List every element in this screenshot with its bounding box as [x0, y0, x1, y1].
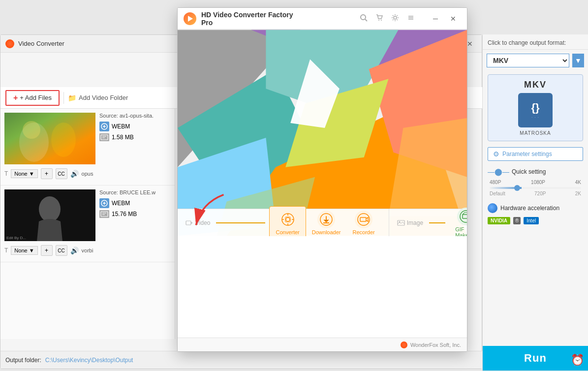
file-thumbnail-2: Edit By D... [4, 189, 95, 241]
file-size-row-2: 15.76 MB [99, 210, 171, 218]
intel-icon: ® [513, 217, 521, 224]
add-folder-label: Add Video Folder [79, 94, 128, 101]
output-folder-path[interactable]: C:\Users\Kevincy\Desktop\Output [45, 357, 133, 364]
svg-point-12 [378, 20, 379, 21]
main-list-button[interactable] [407, 14, 415, 24]
alarm-button[interactable]: ⏰ [571, 354, 584, 367]
subtitle-dropdown-2[interactable]: None ▼ [11, 246, 37, 255]
file-subtoolbar-2: T None ▼ + CC 🔊 vorbi [0, 243, 175, 258]
audio-icon-2: 🔊 [70, 247, 79, 254]
app-menu: Video Converter [178, 209, 467, 236]
main-cart-button[interactable] [375, 14, 383, 24]
file-subtoolbar-1: T None ▼ + CC 🔊 opus [0, 166, 175, 181]
svg-point-14 [394, 16, 397, 19]
svg-point-10 [361, 15, 366, 20]
add-files-label: + Add Files [20, 94, 52, 101]
format-selector: MKV ▼ [483, 50, 588, 71]
quick-setting-icon: ―⬤― [488, 168, 509, 176]
format-arrow[interactable]: ▼ [572, 54, 584, 67]
slider-track[interactable] [490, 187, 581, 189]
file-size-row-1: 1.58 MB [99, 133, 171, 141]
svg-point-2 [51, 123, 76, 157]
main-window: HD Video Converter Factory Pro [177, 7, 467, 352]
intel-badge: Intel [524, 217, 539, 224]
image-section-icon [397, 220, 405, 226]
quick-setting: ―⬤― Quick setting 480P 1080P 4K Default … [483, 164, 588, 200]
svg-line-11 [365, 19, 367, 21]
file-item-2: Edit By D... Source: BRUCE LEE.w WEBM [0, 186, 175, 262]
converter-icon-svg [281, 213, 295, 226]
format-dropdown[interactable]: MKV [487, 54, 569, 67]
menu-item-downloader[interactable]: Downloader [306, 207, 347, 237]
toolbar-separator [63, 92, 64, 104]
matroska-label: MATROSKA [520, 130, 551, 136]
right-panel: Click to change output format: MKV ▼ MKV… [482, 34, 588, 371]
slider-label-4k: 4K [575, 180, 581, 185]
menu-item-gif-maker[interactable]: GIF Maker [449, 204, 467, 237]
file-format-row-2: WEBM [99, 198, 171, 208]
svg-point-3 [23, 121, 40, 139]
hw-badges-row: NVIDIA ® Intel [483, 216, 588, 228]
hero-graphic [178, 30, 467, 236]
slider-thumb[interactable] [514, 185, 520, 191]
file-item-top-2: Edit By D... Source: BRUCE LEE.w WEBM [0, 189, 175, 241]
video-divider [216, 222, 265, 223]
size-icon-1 [99, 133, 109, 141]
cc-btn-2[interactable]: CC [56, 245, 67, 256]
gif-maker-icon [457, 208, 467, 225]
right-panel-header: Click to change output format: [483, 34, 588, 50]
file-format-2: WEBM [112, 200, 130, 207]
main-toolbar-icons [310, 14, 423, 24]
format-icon-1 [99, 122, 109, 131]
downloader-icon-svg [319, 213, 333, 226]
add-folder-button[interactable]: 📁 Add Video Folder [68, 94, 128, 102]
svg-point-41 [399, 221, 400, 222]
file-item-top: Source: av1-opus-sita. WEBM 1.58 MB [0, 113, 175, 164]
video-section-label: Video [195, 219, 210, 226]
file-size-1: 1.58 MB [112, 134, 134, 141]
gif-maker-icon-svg [459, 210, 467, 223]
image-section-label-container: Image [397, 219, 425, 226]
mkv-sub-label: · · · [531, 115, 539, 120]
downloader-label: Downloader [312, 229, 341, 235]
menu-item-recorder[interactable]: Recorder [346, 207, 380, 237]
mkv-braces: {} [531, 101, 539, 114]
main-minimize-button[interactable]: ─ [428, 12, 443, 25]
audio-label-2: vorbi [82, 247, 93, 253]
thumb-svg [4, 113, 95, 164]
main-window-controls: ─ ✕ [428, 12, 461, 25]
search-icon [360, 14, 368, 22]
file-size-2: 15.76 MB [112, 211, 137, 217]
hw-acceleration-icon [488, 203, 497, 213]
file-info-1: Source: av1-opus-sita. WEBM 1.58 MB [99, 113, 171, 141]
thumb-svg-2 [4, 189, 95, 241]
main-app-icon-play [188, 16, 193, 22]
main-close-button[interactable]: ✕ [445, 12, 461, 25]
file-format-1: WEBM [112, 123, 130, 130]
subtitle-dropdown-1[interactable]: None ▼ [11, 169, 37, 178]
param-settings-label: Parameter settings [502, 151, 552, 157]
audio-icon-1: 🔊 [70, 170, 79, 178]
svg-marker-32 [191, 222, 193, 224]
hw-acceleration-row[interactable]: Hardware acceleration [483, 200, 588, 216]
hero-section: Video Converter [178, 30, 467, 236]
main-window-title: HD Video Converter Factory Pro [201, 11, 306, 27]
add-subtitle-btn-1[interactable]: + [41, 168, 53, 179]
recorder-icon-svg [357, 213, 371, 226]
svg-rect-31 [186, 221, 191, 225]
nvidia-badge: NVIDIA [488, 217, 510, 224]
run-label: Run [524, 352, 547, 364]
size-icon-2 [99, 210, 109, 218]
plus-icon: + [13, 93, 18, 102]
main-search-button[interactable] [360, 14, 368, 24]
cc-btn-1[interactable]: CC [56, 168, 67, 179]
video-section-label-container: Video [186, 219, 212, 226]
image-section-label: Image [407, 219, 423, 226]
add-files-button[interactable]: + + Add Files [5, 90, 60, 106]
format-preview: MKV {} · · · MATROSKA [488, 74, 583, 141]
menu-item-converter[interactable]: Converter [269, 206, 306, 237]
main-settings-button[interactable] [391, 14, 399, 24]
add-subtitle-btn-2[interactable]: + [41, 245, 53, 256]
param-settings-icon: ⚙ [493, 150, 499, 158]
param-settings-button[interactable]: ⚙ Parameter settings [488, 147, 583, 161]
